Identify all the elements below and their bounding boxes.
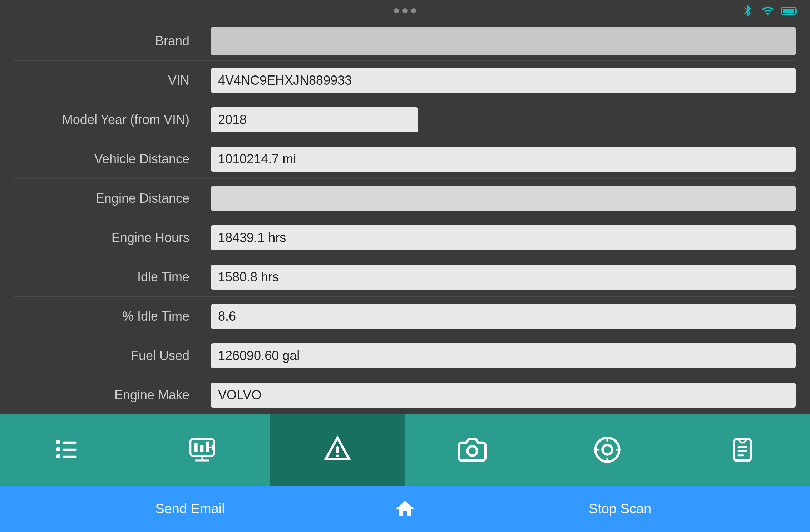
nav-clipboard[interactable] — [675, 414, 810, 486]
nav-warning[interactable] — [270, 414, 405, 486]
pct-idle-time-value[interactable]: 8.6 — [211, 304, 796, 329]
svg-rect-3 — [63, 449, 77, 451]
fuel-used-row: Fuel Used 126090.60 gal — [14, 336, 796, 375]
bluetooth-icon — [741, 4, 754, 17]
fuel-used-label: Fuel Used — [14, 348, 211, 363]
bottom-nav — [0, 414, 810, 486]
vin-label: VIN — [14, 73, 211, 88]
bottom-action-bar: Send Email Stop Scan — [0, 486, 810, 532]
vin-row: VIN 4V4NC9EHXJN889933 — [14, 61, 796, 100]
idle-time-label: Idle Time — [14, 270, 211, 285]
svg-rect-18 — [737, 450, 747, 452]
signal-icon — [761, 4, 774, 17]
send-email-button[interactable]: Send Email — [0, 486, 380, 532]
engine-hours-value[interactable]: 18439.1 hrs — [211, 225, 796, 250]
svg-rect-19 — [737, 454, 744, 456]
model-year-value[interactable]: 2018 — [211, 107, 418, 132]
stop-scan-button[interactable]: Stop Scan — [430, 486, 810, 532]
svg-rect-17 — [737, 446, 747, 448]
top-bar — [0, 0, 810, 21]
svg-rect-0 — [56, 440, 60, 444]
diagnostics-icon — [188, 435, 217, 464]
brand-row: Brand — [14, 21, 796, 61]
svg-point-15 — [603, 445, 612, 455]
brand-value[interactable] — [211, 27, 796, 55]
tire-icon — [593, 435, 622, 464]
svg-rect-4 — [56, 454, 60, 458]
vehicle-distance-row: Vehicle Distance 1010214.7 mi — [14, 139, 796, 179]
top-icons — [741, 4, 796, 17]
content-area: Brand VIN 4V4NC9EHXJN889933 Model Year (… — [0, 21, 810, 414]
engine-make-value[interactable]: VOLVO — [211, 383, 796, 408]
svg-rect-11 — [336, 446, 339, 453]
camera-icon — [458, 435, 487, 464]
fuel-used-value[interactable]: 126090.60 gal — [211, 343, 796, 368]
svg-rect-7 — [194, 443, 198, 452]
engine-hours-row: Engine Hours 18439.1 hrs — [14, 218, 796, 257]
home-icon — [394, 498, 416, 519]
top-dots — [394, 8, 416, 13]
idle-time-value[interactable]: 1580.8 hrs — [211, 265, 796, 290]
svg-rect-8 — [200, 445, 203, 452]
vehicle-distance-value[interactable]: 1010214.7 mi — [211, 147, 796, 172]
svg-rect-1 — [63, 442, 77, 444]
clipboard-icon — [728, 435, 757, 464]
brand-label: Brand — [14, 34, 211, 49]
model-year-label: Model Year (from VIN) — [14, 112, 211, 127]
engine-distance-row: Engine Distance — [14, 179, 796, 218]
nav-diagnostics[interactable] — [135, 414, 270, 486]
pct-idle-time-label: % Idle Time — [14, 309, 211, 324]
vin-value[interactable]: 4V4NC9EHXJN889933 — [211, 68, 796, 93]
svg-rect-2 — [56, 447, 60, 451]
engine-distance-value[interactable] — [211, 186, 796, 211]
home-button[interactable] — [380, 486, 430, 532]
nav-checklist[interactable] — [0, 414, 135, 486]
svg-point-12 — [336, 454, 339, 457]
svg-point-13 — [468, 446, 477, 456]
model-year-row: Model Year (from VIN) 2018 — [14, 100, 796, 139]
engine-distance-label: Engine Distance — [14, 191, 211, 206]
pct-idle-time-row: % Idle Time 8.6 — [14, 297, 796, 336]
vehicle-distance-label: Vehicle Distance — [14, 152, 211, 167]
warning-icon — [323, 435, 352, 464]
engine-hours-label: Engine Hours — [14, 230, 211, 245]
engine-make-row: Engine Make VOLVO — [14, 375, 796, 414]
engine-make-label: Engine Make — [14, 388, 211, 403]
checklist-icon — [53, 435, 82, 464]
nav-tire[interactable] — [540, 414, 675, 486]
svg-rect-9 — [206, 442, 209, 452]
svg-rect-5 — [63, 456, 77, 458]
battery-icon — [781, 7, 796, 15]
nav-camera[interactable] — [405, 414, 540, 486]
idle-time-row: Idle Time 1580.8 hrs — [14, 257, 796, 297]
